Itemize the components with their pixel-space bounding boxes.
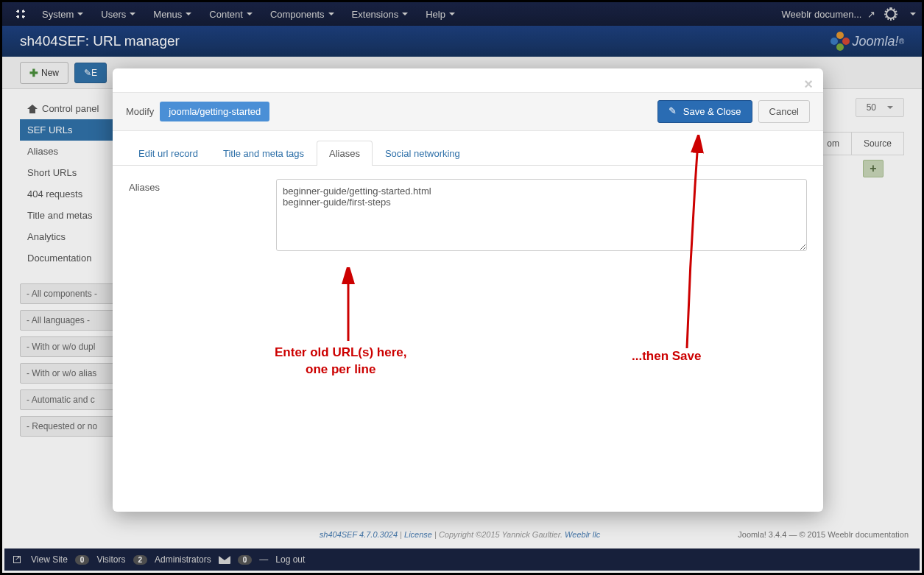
aliases-form: Aliases: [113, 166, 823, 267]
edit-icon: [669, 107, 679, 117]
tab-aliases[interactable]: Aliases: [317, 141, 373, 166]
modal-header: Modify joomla/getting-started Save & Clo…: [113, 92, 823, 131]
modal-tabs: Edit url record Title and meta tags Alia…: [113, 131, 823, 166]
aliases-label: Aliases: [129, 179, 261, 253]
annotation-arrow-1: [334, 267, 363, 348]
cancel-button[interactable]: Cancel: [758, 100, 810, 123]
modify-label: Modify: [126, 106, 154, 117]
save-close-button[interactable]: Save & Close: [657, 100, 752, 123]
tab-social[interactable]: Social networking: [373, 141, 473, 166]
url-chip: joomla/getting-started: [160, 102, 269, 121]
aliases-textarea[interactable]: [276, 179, 807, 251]
annotation-text-2: ...then Save: [632, 348, 701, 365]
edit-modal: × Modify joomla/getting-started Save & C…: [113, 68, 823, 512]
tab-title-meta[interactable]: Title and meta tags: [211, 141, 317, 166]
close-icon[interactable]: ×: [804, 76, 813, 93]
annotation-text-1: Enter old URL(s) here, one per line: [275, 345, 406, 378]
tab-edit-url[interactable]: Edit url record: [126, 141, 211, 166]
